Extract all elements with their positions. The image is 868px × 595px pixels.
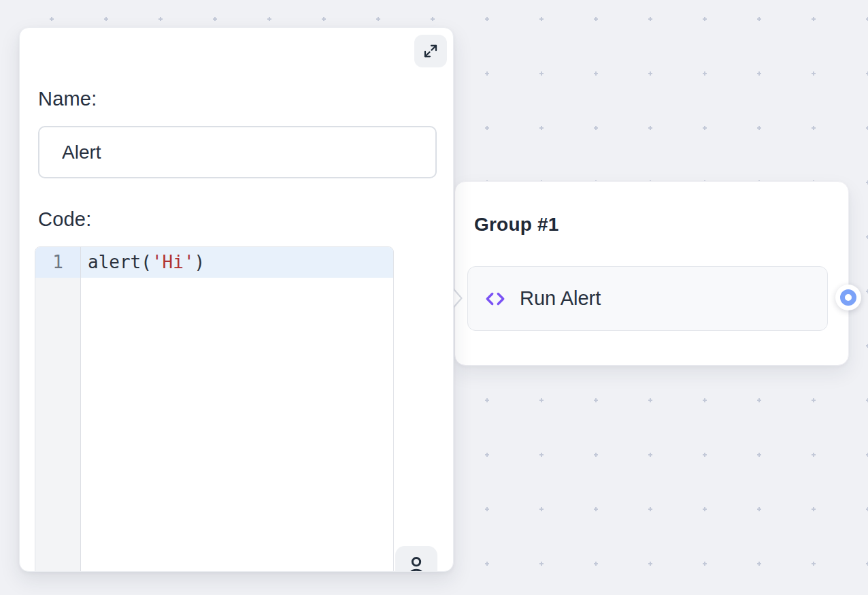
code-token: alert( xyxy=(88,252,152,272)
flow-canvas[interactable]: Name: Code: 1 alert('Hi') Group #1 xyxy=(0,0,868,595)
code-editor[interactable]: 1 alert('Hi') xyxy=(35,246,394,572)
name-label: Name: xyxy=(38,88,97,110)
node-editor-panel: Name: Code: 1 alert('Hi') xyxy=(19,27,454,572)
code-token-string: 'Hi' xyxy=(152,252,195,272)
name-input[interactable] xyxy=(38,126,437,178)
person-button[interactable] xyxy=(395,546,437,572)
line-number-gutter: 1 xyxy=(35,247,81,572)
node-run-alert[interactable]: Run Alert xyxy=(467,266,828,331)
node-label: Run Alert xyxy=(520,287,601,310)
group-card[interactable]: Group #1 Run Alert xyxy=(454,181,849,366)
expand-button[interactable] xyxy=(414,35,447,67)
code-content[interactable]: alert('Hi') xyxy=(81,247,393,572)
code-line: alert('Hi') xyxy=(81,247,393,278)
expand-icon xyxy=(422,42,439,60)
code-icon xyxy=(484,290,506,308)
code-token: ) xyxy=(195,252,205,272)
line-number: 1 xyxy=(35,247,80,278)
connection-port-icon xyxy=(840,289,856,306)
group-title: Group #1 xyxy=(474,214,559,236)
code-label: Code: xyxy=(38,208,91,231)
node-output-handle[interactable] xyxy=(835,285,861,310)
person-icon xyxy=(405,553,428,572)
